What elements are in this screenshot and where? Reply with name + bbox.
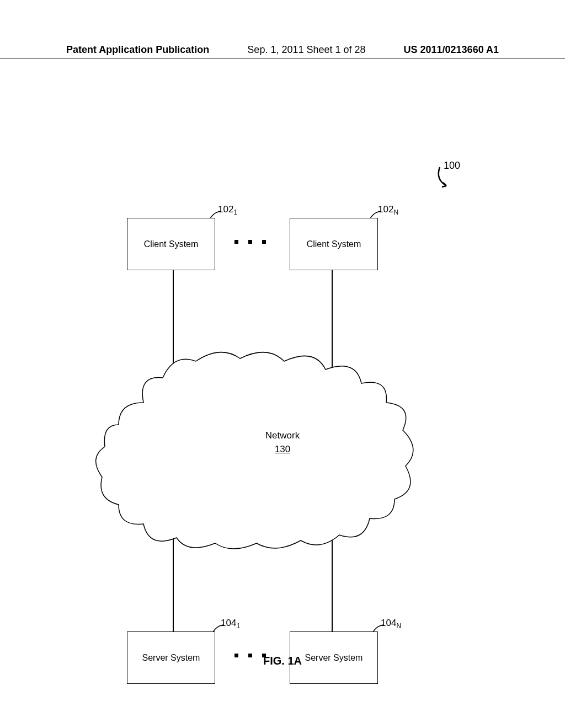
connector-line xyxy=(332,540,333,632)
figure-caption: FIG. 1A xyxy=(0,655,565,667)
page-header: Patent Application Publication Sep. 1, 2… xyxy=(0,44,565,56)
header-left: Patent Application Publication xyxy=(66,44,209,56)
header-right: US 2011/0213660 A1 xyxy=(404,44,499,56)
figure-1a: 100 1021 102N Client System Client Syste… xyxy=(0,77,565,645)
ellipsis-icon xyxy=(234,240,266,244)
header-rule xyxy=(0,58,565,58)
network-label: Network xyxy=(0,430,565,441)
client-system-box-1: Client System xyxy=(127,218,215,270)
client-system-box-n: Client System xyxy=(290,218,378,270)
network-cloud-icon xyxy=(88,331,425,552)
network-ref-num: 130 xyxy=(0,444,565,455)
figure-ref-arrow-icon xyxy=(435,163,463,193)
connector-line xyxy=(173,538,174,632)
header-center: Sep. 1, 2011 Sheet 1 of 28 xyxy=(247,44,365,56)
